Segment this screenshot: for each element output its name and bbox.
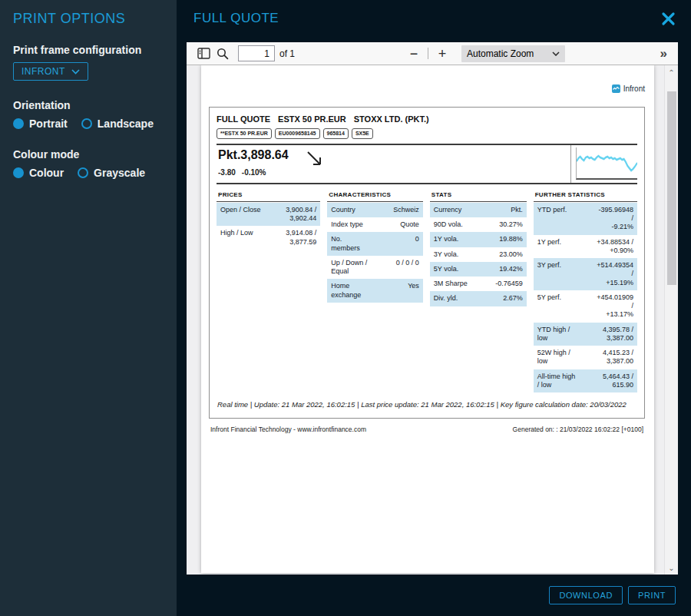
search-icon[interactable] (213, 46, 232, 61)
sidebar-toggle-icon[interactable] (194, 46, 213, 61)
table-row: 3Y vola.23.00% (430, 247, 527, 262)
scrollbar-thumb[interactable] (667, 91, 676, 285)
row-value: 30.27% (499, 220, 523, 229)
doc-issuer: STOXX LTD. (PKT.) (354, 114, 429, 124)
column-header: CHARACTERISTICS (327, 189, 423, 202)
table-row: 3Y perf.+514.49354 / +15.19% (534, 258, 637, 290)
row-label: 3M Sharpe (434, 280, 468, 288)
table-row: 1Y perf.+34.88534 / +0.90% (534, 235, 637, 259)
row-label: Currency (434, 206, 462, 214)
radio-label: Landscape (98, 118, 154, 130)
row-label: 1Y perf. (537, 238, 561, 256)
close-icon[interactable] (661, 12, 676, 28)
zoom-out-icon[interactable]: − (405, 47, 422, 61)
print-dialog: PRINT OPTIONS Print frame configuration … (0, 0, 691, 616)
zoom-level-select[interactable]: Automatic Zoom (461, 45, 565, 62)
row-label: Div. yld. (434, 294, 458, 303)
sparkline-path (577, 156, 637, 171)
print-options-sidebar: PRINT OPTIONS Print frame configuration … (0, 0, 177, 616)
colour-mode-label: Colour mode (13, 148, 164, 161)
orientation-options: Portrait Landscape (13, 118, 164, 130)
sparkline-cell (570, 145, 637, 183)
doc-instrument: ESTX 50 PR.EUR (278, 114, 346, 124)
table-row: 5Y vola.19.42% (430, 262, 527, 277)
radio-label: Colour (29, 167, 64, 179)
row-value: +514.49354 / +15.19% (597, 261, 633, 287)
row-value: +34.88534 / +0.90% (597, 238, 633, 256)
print-button[interactable]: PRINT (628, 586, 676, 604)
row-label: YTD high / low (537, 326, 570, 343)
page-number-input[interactable] (238, 45, 275, 61)
table-row: No. members0 (327, 232, 423, 256)
price-block: Pkt.3,898.64 -3.80 -0.10% (217, 145, 323, 183)
scroll-up-icon[interactable]: ⌃ (665, 65, 678, 79)
row-value: 0 (415, 235, 419, 253)
row-label: YTD perf. (537, 206, 567, 232)
pdf-body: Infront FULL QUOTEESTX 50 PR.EURSTOXX LT… (187, 65, 678, 575)
instrument-tag: SX5E (352, 128, 373, 139)
trend-down-arrow-icon (306, 150, 323, 167)
modal-main: FULL QUOTE of 1 − + (177, 0, 691, 616)
row-value: 0 / 0 / 0 (396, 259, 419, 277)
modal-title: FULL QUOTE (193, 11, 279, 26)
radio-portrait[interactable]: Portrait (13, 118, 68, 130)
toolbar-overflow-icon[interactable]: » (657, 46, 670, 61)
instrument-tags: **ESTX 50 PR.EUREU0009658145965814SX5E (217, 128, 637, 144)
row-label: High / Low (220, 229, 253, 247)
sparkline-chart (576, 147, 637, 180)
column-rows: YTD perf.-395.96948 / -9.21%1Y perf.+34.… (534, 203, 637, 392)
row-label: Open / Close (220, 206, 261, 224)
row-value: 5,464.43 / 615.90 (603, 373, 633, 390)
scroll-down-icon[interactable]: ⌄ (665, 561, 678, 575)
row-label: 5Y perf. (537, 293, 561, 320)
table-row: 52W high / low4,415.23 / 3,387.00 (534, 346, 637, 369)
doc-title-row: FULL QUOTEESTX 50 PR.EURSTOXX LTD. (PKT.… (217, 113, 637, 128)
page-count-label: of 1 (279, 48, 295, 59)
row-value: +454.01909 / +13.17% (597, 293, 633, 320)
zoom-in-icon[interactable]: + (434, 47, 451, 61)
table-row: Home exchangeYes (327, 279, 423, 303)
zoom-level-value: Automatic Zoom (467, 48, 534, 59)
download-button[interactable]: DOWNLOAD (549, 586, 623, 604)
row-value: Quote (400, 220, 419, 229)
row-label: Index type (331, 220, 363, 229)
page-area: Infront FULL QUOTEESTX 50 PR.EURSTOXX LT… (187, 65, 664, 575)
radio-landscape[interactable]: Landscape (81, 118, 154, 130)
row-value: 23.00% (499, 250, 523, 259)
row-value: 4,395.78 / 3,387.00 (603, 326, 633, 343)
instrument-tag: EU0009658145 (275, 128, 320, 139)
price-row: Pkt.3,898.64 -3.80 -0.10% (217, 145, 637, 183)
table-row: YTD high / low4,395.78 / 3,387.00 (534, 323, 637, 346)
row-label: No. members (331, 235, 360, 253)
row-label: 5Y vola. (434, 265, 458, 273)
column-rows: Open / Close3,900.84 / 3,902.44High / Lo… (217, 203, 320, 250)
modal-footer: DOWNLOAD PRINT (177, 575, 691, 616)
row-label: Home exchange (331, 282, 361, 300)
frame-config-dropdown[interactable]: INFRONT (13, 62, 88, 81)
row-label: Up / Down / Equal (331, 259, 367, 277)
chevron-down-icon (552, 51, 560, 56)
change-abs: -3.80 (218, 168, 236, 177)
chevron-down-icon (71, 69, 80, 75)
radio-label: Portrait (29, 118, 68, 130)
row-label: Country (331, 206, 355, 214)
table-row: 1Y vola.19.88% (430, 232, 527, 247)
row-value: 19.42% (499, 265, 523, 273)
radio-colour[interactable]: Colour (13, 167, 64, 179)
row-value: -0.76459 (495, 280, 523, 288)
row-label: 52W high / low (537, 349, 570, 366)
stats-grid: PRICES Open / Close3,900.84 / 3,902.44Hi… (217, 184, 637, 392)
radio-icon (13, 167, 24, 178)
doc-logo-text: Infront (623, 84, 645, 93)
toolbar-divider (428, 48, 428, 59)
row-value: Schweiz (393, 206, 419, 214)
radio-grayscale[interactable]: Grayscale (78, 167, 145, 179)
vertical-scrollbar[interactable]: ⌃ ⌄ (664, 65, 678, 575)
column-header: FURTHER STATISTICS (534, 189, 637, 202)
row-label: 3Y perf. (537, 261, 561, 287)
column-characteristics: CHARACTERISTICS CountrySchweizIndex type… (327, 189, 423, 392)
modal-header: FULL QUOTE (177, 0, 691, 42)
table-row: Index typeQuote (327, 217, 423, 232)
instrument-tag: **ESTX 50 PR.EUR (217, 128, 272, 139)
pdf-viewer: of 1 − + Automatic Zoom » (187, 42, 678, 575)
